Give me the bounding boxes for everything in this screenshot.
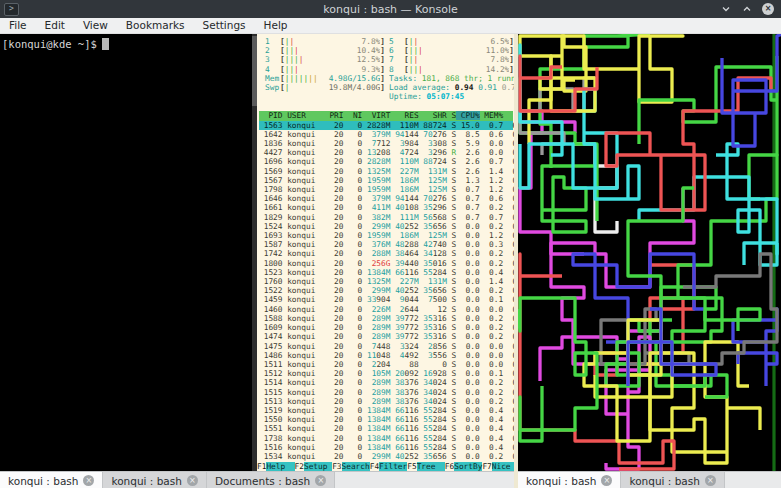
tab-label: konqui : bash <box>526 475 596 487</box>
fkey-help[interactable]: F1Help <box>257 462 295 471</box>
process-row[interactable]: 1567 konqui 20 0 1959M 186M 125M S 1.3 1… <box>259 176 513 185</box>
process-row[interactable]: 1519 konqui 20 0 1384M 66116 55284 S 0.0… <box>259 406 513 415</box>
cpu-meter-value: 9.3% <box>362 65 381 74</box>
fkey-nice[interactable]: F7Nice - <box>482 462 514 471</box>
process-table: PID USER PRI NI VIRT RES SHR S CPU% MEM%… <box>257 111 514 461</box>
cpu-meter-label: 3 <box>265 55 280 64</box>
process-row[interactable]: 1512 konqui 20 0 105M 20092 16928 S 0.0 … <box>259 369 513 378</box>
process-row[interactable]: 1800 konqui 20 0 256G 39440 35016 S 0.0 … <box>259 259 513 268</box>
process-row[interactable]: 1551 konqui 20 0 1384M 66116 55284 S 0.0… <box>259 424 513 433</box>
process-row[interactable]: 1642 konqui 20 0 379M 94144 70276 S 8.5 … <box>259 130 513 139</box>
tab-close-icon[interactable]: × <box>187 475 198 486</box>
process-row[interactable]: 1513 konqui 20 0 289M 38376 34024 S 0.0 … <box>259 397 513 406</box>
fkey-setup[interactable]: F2Setup <box>295 462 333 471</box>
process-row[interactable]: 1569 konqui 20 0 1325M 227M 131M S 2.6 1… <box>259 167 513 176</box>
process-row[interactable]: 1523 konqui 20 0 1384M 66116 55284 S 0.0… <box>259 268 513 277</box>
meter-bars: ||| <box>409 46 423 55</box>
left-tab-1[interactable]: konqui : bash× <box>103 472 206 488</box>
tab-close-icon[interactable]: × <box>705 475 716 486</box>
left-tab-0[interactable]: konqui : bash× <box>0 472 103 488</box>
process-row[interactable]: 1829 konqui 20 0 382M 111M 56568 S 0.7 0… <box>259 213 513 222</box>
meter-bars: ||||||| <box>285 74 318 83</box>
menu-help[interactable]: Help <box>255 18 297 33</box>
title-bar[interactable]: > konqui : bash — Konsole × <box>0 0 781 18</box>
cpu-meter-label: 4 <box>265 65 280 74</box>
pipe <box>606 78 771 210</box>
cpu-meter-6: 6[|||11.0%] <box>389 46 514 55</box>
process-row[interactable]: 1563 konqui 20 0 2828M 110M 88724 S 15.0… <box>259 121 513 130</box>
menu-bookmarks[interactable]: Bookmarks <box>117 18 194 33</box>
sort-column-header[interactable]: CPU% <box>456 111 479 120</box>
cpu-meter-value: 11.0% <box>486 46 509 55</box>
konsole-window: > konqui : bash — Konsole × FileEditView… <box>0 0 781 488</box>
cpu-meter-4: 4[|||9.3%] <box>265 65 385 74</box>
process-row[interactable]: 1460 konqui 20 0 226M 2644 12 S 0.0 0.0 … <box>259 305 513 314</box>
process-row[interactable]: 1550 konqui 20 0 1384M 66116 55284 S 0.0… <box>259 415 513 424</box>
tab-close-icon[interactable]: × <box>315 475 326 486</box>
process-row[interactable]: 1534 konqui 20 0 299M 40252 35656 S 0.0 … <box>259 452 513 461</box>
process-table-header[interactable]: PID USER PRI NI VIRT RES SHR S CPU% MEM% <box>259 111 513 120</box>
process-row[interactable]: 1661 konqui 20 0 411M 40108 35296 S 0.7 … <box>259 203 513 212</box>
pipe <box>518 298 597 441</box>
tab-label: konqui : bash <box>629 475 699 487</box>
process-row[interactable]: 1459 konqui 20 0 33904 9044 7500 S 0.0 0… <box>259 295 513 304</box>
swap-meter: Swp[|19.8M/4.00G] <box>265 83 385 92</box>
process-row[interactable]: 1511 konqui 20 0 2204 88 0 S 0.0 0.0 0 <box>259 360 513 369</box>
process-row[interactable]: 1742 konqui 20 0 288M 38464 34128 S 0.0 … <box>259 249 513 258</box>
process-row[interactable]: 1524 konqui 20 0 299M 40252 35656 S 0.0 … <box>259 222 513 231</box>
cpu-meter-value: 7.8% <box>362 37 381 46</box>
process-row[interactable]: 1693 konqui 20 0 1959M 186M 125M S 0.0 1… <box>259 231 513 240</box>
cpu-meter-label: 7 <box>389 55 404 64</box>
process-row[interactable]: 1522 konqui 20 0 299M 40252 35656 S 0.0 … <box>259 286 513 295</box>
tab-bar-left: konqui : bash×konqui : bash×Documents : … <box>0 471 514 488</box>
process-row[interactable]: 1474 konqui 20 0 289M 39772 35316 S 0.0 … <box>259 332 513 341</box>
process-row[interactable]: 1516 konqui 20 0 1384M 66116 55284 S 0.0… <box>259 443 513 452</box>
fkey-filter[interactable]: F4Filter <box>370 462 408 471</box>
process-row[interactable]: 1475 konqui 20 0 7448 3324 2856 S 0.0 0.… <box>259 342 513 351</box>
fkey-tree[interactable]: F5Tree <box>407 462 445 471</box>
maximize-button[interactable] <box>741 3 753 15</box>
process-row[interactable]: 1646 konqui 20 0 379M 94144 70276 S 0.7 … <box>259 194 513 203</box>
process-row[interactable]: 1738 konqui 20 0 1384M 66116 55284 S 0.0… <box>259 434 513 443</box>
main-split: [konqui@kde ~]$ 1[||7.8%]2[|||10.4%]3[||… <box>0 34 781 471</box>
tab-close-icon[interactable]: × <box>601 475 612 486</box>
process-row[interactable]: 1798 konqui 20 0 1959M 186M 125M S 0.7 1… <box>259 185 513 194</box>
fkey-search[interactable]: F3Search <box>332 462 370 471</box>
swap-meter-value: 19.8M/4.00G <box>329 83 381 92</box>
process-row[interactable]: 1486 konqui 20 0 11048 4492 3556 S 0.0 0… <box>259 351 513 360</box>
swap-meter-label: Swp <box>265 83 280 92</box>
close-button[interactable]: × <box>762 3 774 15</box>
load-average-line: Load average: 0.94 0.91 0.77 <box>389 83 514 92</box>
menu-bar: FileEditViewBookmarksSettingsHelp <box>0 18 781 34</box>
process-row[interactable]: 1760 konqui 20 0 1325M 227M 131M S 0.0 1… <box>259 277 513 286</box>
process-row[interactable]: 1836 konqui 20 0 7712 3984 3308 S 5.9 0.… <box>259 139 513 148</box>
right-tab-0[interactable]: konqui : bash× <box>518 472 621 488</box>
htop-pane[interactable]: 1[||7.8%]2[|||10.4%]3[||||12.5%]4[|||9.3… <box>257 34 514 471</box>
menu-edit[interactable]: Edit <box>36 18 74 33</box>
meter-bars: || <box>409 55 418 64</box>
cpu-meter-label: 2 <box>265 46 280 55</box>
tab-close-icon[interactable]: × <box>83 475 94 486</box>
pipe <box>722 34 781 146</box>
pipes-pane[interactable] <box>518 34 781 471</box>
minimize-button[interactable] <box>720 3 732 15</box>
terminal-pane[interactable]: [konqui@kde ~]$ <box>0 34 252 471</box>
process-row[interactable]: 1609 konqui 20 0 289M 39772 35316 S 0.0 … <box>259 323 513 332</box>
process-row[interactable]: 4427 konqui 20 0 13208 4724 3296 R 2.6 0… <box>259 148 513 157</box>
fkey-sortby[interactable]: F6SortBy <box>445 462 483 471</box>
meter-bars: ||| <box>409 65 423 74</box>
process-row[interactable]: 1588 konqui 20 0 289M 39772 35316 S 0.0 … <box>259 314 513 323</box>
tab-label: konqui : bash <box>8 475 78 487</box>
process-row[interactable]: 1587 konqui 20 0 376M 48288 42740 S 0.0 … <box>259 240 513 249</box>
process-row[interactable]: 1514 konqui 20 0 289M 38376 34024 S 0.0 … <box>259 378 513 387</box>
htop-meters: 1[||7.8%]2[|||10.4%]3[||||12.5%]4[|||9.3… <box>257 34 514 101</box>
process-row[interactable]: 1696 konqui 20 0 2828M 110M 88724 S 2.6 … <box>259 157 513 166</box>
process-row[interactable]: 1515 konqui 20 0 289M 38376 34024 S 0.0 … <box>259 388 513 397</box>
menu-view[interactable]: View <box>74 18 117 33</box>
menu-settings[interactable]: Settings <box>194 18 255 33</box>
meter-bars: |||| <box>285 55 304 64</box>
right-tab-1[interactable]: konqui : bash× <box>621 472 724 488</box>
menu-file[interactable]: File <box>0 18 36 33</box>
mem-meter-label: Mem <box>265 74 280 83</box>
left-tab-2[interactable]: Documents : bash× <box>207 472 335 488</box>
